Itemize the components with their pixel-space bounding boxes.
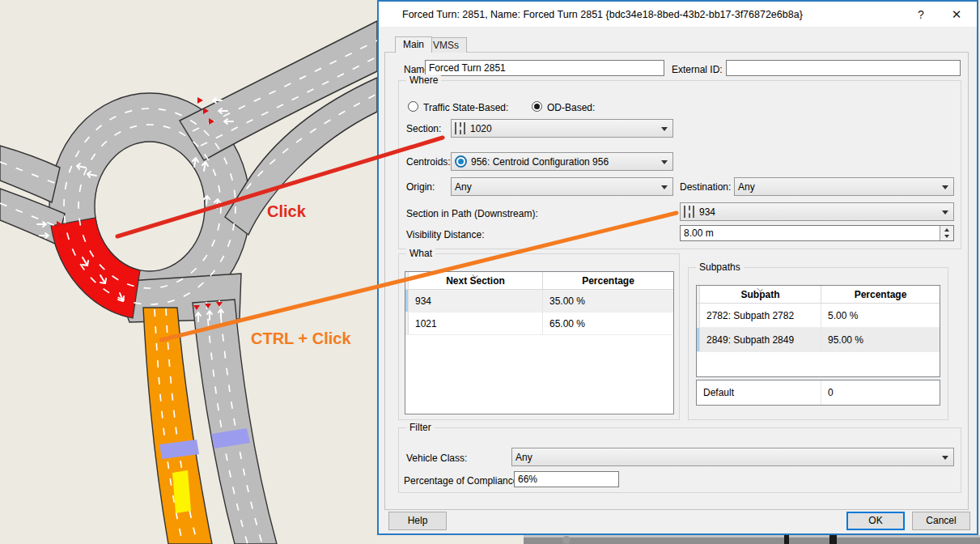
map-bottom-sliver [524,535,980,544]
next-section-table-header[interactable]: Next Section Percentage [405,272,673,290]
cancel-button[interactable]: Cancel [912,512,970,530]
table-row[interactable]: 934 35.00 % [405,290,673,312]
radio-traffic-state-based[interactable] [408,101,418,112]
ok-button[interactable]: OK [846,512,905,530]
subpaths-table-header[interactable]: Subpath Percentage [697,286,940,304]
centroid-configuration-icon [455,155,467,168]
chevron-down-icon [661,160,668,164]
cell-subpath: 2782: Subpath 2782 [700,304,821,327]
visibility-distance-label: Visibility Distance: [406,229,484,240]
cell-subpath: 2849: Subpath 2849 [700,328,821,351]
section-in-path-combo[interactable]: 934 [680,202,954,221]
cell-percentage: 5.00 % [821,304,940,327]
section-combo-value: 1020 [470,123,492,134]
column-percentage: Percentage [582,275,634,287]
where-group-label: Where [406,74,441,86]
chevron-down-icon [661,185,668,189]
spinner-buttons[interactable] [940,226,953,240]
close-icon[interactable]: ✕ [948,6,965,23]
help-button[interactable]: Help [388,512,447,530]
subpaths-table: Subpath Percentage 2782: Subpath 2782 5.… [696,285,940,377]
origin-label: Origin: [406,181,435,193]
vehicle-class-combo-value: Any [515,452,532,463]
external-id-label: External ID: [672,64,723,75]
table-row[interactable]: 1021 65.00 % [405,312,673,335]
origin-combo-value: Any [455,181,472,193]
origin-combo[interactable]: Any [451,177,673,196]
destination-combo[interactable]: Any [734,177,954,196]
visibility-distance-value: 8.00 m [684,227,714,239]
table-row[interactable]: 2782: Subpath 2782 5.00 % [697,304,940,328]
chevron-down-icon [661,127,668,131]
destination-combo-value: Any [738,181,755,193]
help-icon[interactable]: ? [912,6,930,23]
radio-od-based[interactable] [532,101,542,112]
what-group-label: What [406,248,435,259]
subpaths-group-label: Subpaths [696,261,744,273]
dialog-title: Forced Turn: 2851, Name: Forced Turn 285… [402,9,803,20]
cell-default-label: Default [697,380,821,405]
centroids-combo[interactable]: 956: Centroid Configuration 956 [451,152,673,171]
cell-percentage: 35.00 % [543,290,673,312]
chevron-down-icon [942,456,948,460]
destination-label: Destination: [680,181,731,193]
radio-od-based-label: OD-Based: [547,102,595,113]
cell-next-section: 934 [409,290,543,312]
column-percentage: Percentage [855,289,907,300]
visibility-distance-spinbox[interactable]: 8.00 m [680,225,954,241]
section-in-path-combo-value: 934 [699,206,715,218]
filter-group-label: Filter [406,422,435,433]
spinner-down-icon[interactable] [940,233,953,240]
section-label: Section: [406,123,441,134]
forced-turn-dialog: Forced Turn: 2851, Name: Forced Turn 285… [377,0,978,535]
vehicle-class-combo[interactable]: Any [511,448,954,466]
centroids-label: Centroids: [406,156,451,168]
road-section-icon [455,122,465,134]
cell-next-section: 1021 [409,312,543,334]
centroids-combo-value: 956: Centroid Configuration 956 [471,156,609,168]
detector-yellow[interactable] [172,470,191,513]
subpaths-default-row[interactable]: Default 0 [696,380,940,406]
tab-main[interactable]: Main [395,36,432,53]
chevron-down-icon [942,210,948,215]
table-row[interactable]: 2849: Subpath 2849 95.00 % [697,328,940,352]
cell-percentage: 95.00 % [821,328,940,351]
spinner-up-icon[interactable] [940,226,953,233]
external-id-input[interactable] [726,60,961,76]
compliance-input[interactable] [514,471,619,487]
section-in-path-label: Section in Path (Downstream): [406,208,538,219]
road-section-icon [684,206,694,218]
compliance-label: Percentage of Compliance: [404,475,521,487]
cell-default-value: 0 [821,380,940,405]
radio-traffic-state-based-label: Traffic State-Based: [423,102,508,113]
vehicle-class-label: Vehicle Class: [406,453,467,464]
name-input[interactable] [425,60,664,76]
next-section-table: Next Section Percentage 934 35.00 % 1021… [405,271,674,414]
section-combo[interactable]: 1020 [451,119,673,138]
application-canvas: Forced Turn: 2851, Name: Forced Turn 285… [0,0,980,544]
dialog-titlebar[interactable]: Forced Turn: 2851, Name: Forced Turn 285… [379,2,977,27]
cell-percentage: 65.00 % [543,312,673,334]
chevron-down-icon [942,185,948,189]
